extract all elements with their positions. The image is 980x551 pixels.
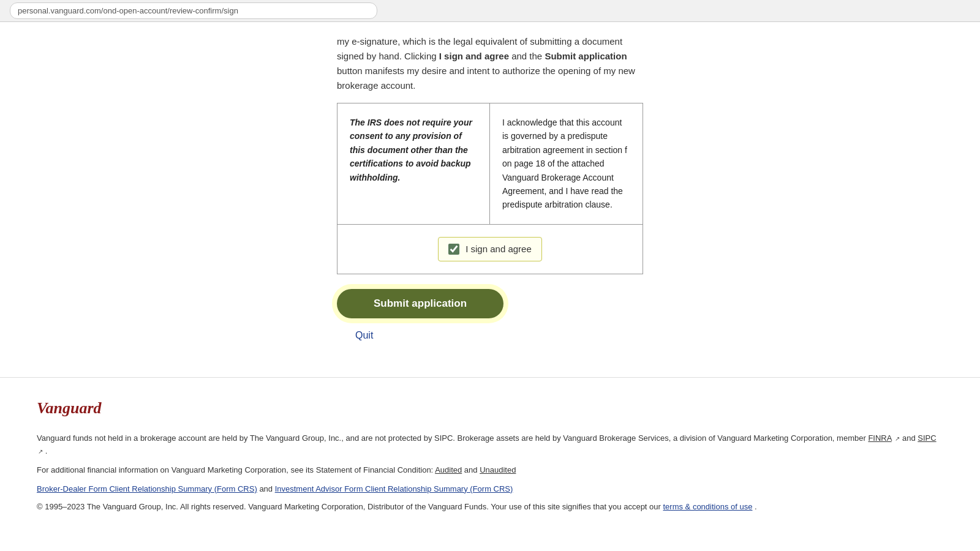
signature-section: I sign and agree: [337, 225, 643, 275]
broker-dealer-link[interactable]: Broker-Dealer Form Client Relationship S…: [37, 484, 257, 493]
audited-link[interactable]: Audited: [435, 465, 462, 474]
sipc-external-icon: ↗: [38, 447, 43, 457]
copyright-text: © 1995–2023 The Vanguard Group, Inc. All…: [37, 502, 661, 511]
sign-agree-label[interactable]: I sign and agree: [466, 242, 532, 257]
footer: Vanguard Vanguard funds not held in a br…: [0, 377, 980, 532]
footer-and: and: [902, 433, 916, 443]
investment-advisor-link[interactable]: Investment Advisor Form Client Relations…: [275, 484, 513, 493]
sign-agree-checkbox[interactable]: [448, 244, 459, 255]
intro-text-3: button manifests my desire and intent to…: [337, 66, 635, 91]
terms-link[interactable]: terms & conditions of use: [663, 502, 753, 511]
finra-external-icon: ↗: [895, 434, 900, 444]
footer-financial-info: For additional financial information on …: [37, 464, 943, 477]
intro-link-text: I sign and agree: [439, 51, 509, 61]
intro-bold2: Submit application: [545, 51, 627, 61]
irs-col: The IRS does not require your consent to…: [337, 103, 490, 224]
arbitration-box: The IRS does not require your consent to…: [337, 103, 643, 225]
footer-and3: and: [259, 484, 274, 493]
browser-bar: personal.vanguard.com/ond-open-account/r…: [0, 0, 980, 22]
quit-link[interactable]: Quit: [355, 328, 373, 343]
finra-link[interactable]: FINRA: [868, 433, 891, 443]
sipc-link[interactable]: SIPC: [918, 433, 936, 443]
intro-paragraph: my e-signature, which is the legal equiv…: [337, 22, 643, 103]
financial-info-text: For additional financial information on …: [37, 465, 433, 474]
submit-area: Submit application Quit: [337, 274, 643, 353]
footer-and2: and: [464, 465, 480, 474]
footer-form-links: Broker-Dealer Form Client Relationship S…: [37, 483, 943, 495]
vanguard-logo: Vanguard: [37, 396, 943, 420]
intro-text-2: and the: [511, 51, 545, 61]
arbitration-col: I acknowledge that this account is gover…: [490, 103, 643, 224]
footer-disclaimer2: .: [45, 446, 48, 455]
footer-disclaimer: Vanguard funds not held in a brokerage a…: [37, 432, 943, 458]
arbitration-text: I acknowledge that this account is gover…: [502, 118, 627, 209]
footer-copyright: © 1995–2023 The Vanguard Group, Inc. All…: [37, 501, 943, 514]
footer-disclaimer-text: Vanguard funds not held in a brokerage a…: [37, 433, 866, 443]
footer-period: .: [755, 502, 757, 511]
irs-text: The IRS does not require your consent to…: [350, 118, 472, 182]
sign-agree-wrapper: I sign and agree: [438, 237, 542, 262]
submit-button[interactable]: Submit application: [337, 289, 503, 318]
url-bar[interactable]: personal.vanguard.com/ond-open-account/r…: [10, 2, 377, 20]
unaudited-link[interactable]: Unaudited: [480, 465, 516, 474]
